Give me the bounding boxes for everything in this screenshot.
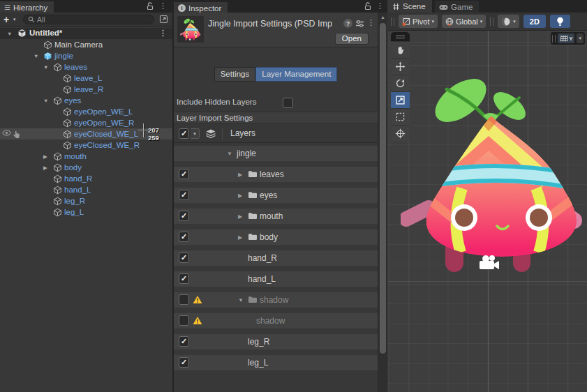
layer-checkbox[interactable]: ✓ bbox=[179, 190, 189, 200]
hand-tool-button[interactable] bbox=[391, 41, 410, 58]
toolbar-grip[interactable] bbox=[391, 17, 394, 26]
2d-toggle-button[interactable]: 2D bbox=[523, 15, 546, 28]
hierarchy-item-hand_L[interactable]: hand_L bbox=[0, 184, 172, 195]
tab-hierarchy[interactable]: ☰ Hierarchy bbox=[0, 1, 54, 14]
open-button[interactable]: Open bbox=[335, 33, 369, 45]
tab-scene[interactable]: Scene bbox=[388, 0, 432, 13]
lock-icon[interactable] bbox=[147, 2, 154, 10]
create-button[interactable]: + bbox=[3, 14, 9, 25]
layer-checkbox[interactable]: ✓ bbox=[179, 336, 189, 347]
hierarchy-item-eyeClosed_WE_L[interactable]: eyeClosed_WE_L bbox=[0, 128, 172, 140]
hierarchy-item-Main Camera[interactable]: Main Camera bbox=[0, 39, 172, 50]
expand-arrow[interactable]: ▶ bbox=[43, 165, 47, 171]
global-dropdown[interactable]: Global ▾ bbox=[442, 15, 486, 28]
include-hidden-layers-checkbox[interactable] bbox=[283, 98, 293, 108]
hierarchy-item-eyes[interactable]: ▼eyes bbox=[0, 95, 172, 106]
layer-row-jingle[interactable]: ▼jingle bbox=[174, 143, 378, 164]
search-input[interactable]: All bbox=[23, 15, 154, 24]
asset-menu-icon[interactable]: ⋮ bbox=[367, 19, 375, 27]
hierarchy-item-leave_L[interactable]: leave_L bbox=[0, 73, 172, 84]
hierarchy-item-leave_R[interactable]: leave_R bbox=[0, 84, 172, 95]
expand-arrow[interactable]: ▶ bbox=[238, 213, 242, 220]
layer-row-hand_L[interactable]: ✓hand_L bbox=[174, 269, 378, 289]
hierarchy-item-eyeOpen_WE_R[interactable]: eyeOpen_WE_R bbox=[0, 117, 172, 128]
expand-arrow[interactable]: ▶ bbox=[238, 234, 242, 241]
hierarchy-item-leg_R[interactable]: leg_R bbox=[0, 195, 172, 206]
inspector-scrollbar[interactable]: ▲ bbox=[378, 13, 387, 392]
select-all-dropdown-icon[interactable]: ▾ bbox=[191, 128, 200, 139]
expand-arrow[interactable]: ▼ bbox=[7, 31, 12, 37]
hierarchy-item-leaves[interactable]: ▼leaves bbox=[0, 61, 172, 73]
move-tool-button[interactable] bbox=[391, 58, 410, 75]
scene-menu-icon[interactable]: ⋮ bbox=[159, 29, 167, 37]
hierarchy-item-eyeOpen_WE_L[interactable]: eyeOpen_WE_L bbox=[0, 106, 172, 117]
hierarchy-item-eyeClosed_WE_R[interactable]: eyeClosed_WE_R bbox=[0, 140, 172, 151]
layer-row-shadow[interactable]: shadow bbox=[174, 310, 378, 331]
visibility-eye-icon[interactable] bbox=[2, 130, 11, 136]
layer-checkbox[interactable]: ✓ bbox=[179, 232, 189, 242]
hierarchy-item-hand_R[interactable]: hand_R bbox=[0, 173, 172, 184]
expand-arrow[interactable]: ▶ bbox=[238, 193, 242, 199]
layer-label: leaves bbox=[260, 169, 284, 179]
grid-dropdown-icon[interactable]: ▾ bbox=[577, 33, 584, 43]
layer-row-mouth[interactable]: ✓▶mouth bbox=[174, 206, 378, 227]
hierarchy-item-leg_L[interactable]: leg_L bbox=[0, 206, 172, 218]
rect-tool-button[interactable] bbox=[391, 108, 410, 125]
expand-arrow[interactable]: ▶ bbox=[43, 153, 47, 160]
expand-arrow[interactable]: ▼ bbox=[43, 64, 48, 70]
expand-arrow[interactable]: ▼ bbox=[34, 53, 38, 59]
window-picker-icon[interactable] bbox=[159, 15, 168, 24]
layer-row-shadow[interactable]: ▼shadow bbox=[174, 289, 378, 310]
jingle-character-sprite[interactable] bbox=[401, 75, 586, 278]
layer-checkbox[interactable]: ✓ bbox=[179, 357, 189, 368]
overlay-grip[interactable] bbox=[552, 35, 556, 43]
layer-checkbox[interactable] bbox=[179, 315, 189, 326]
rotate-tool-button[interactable] bbox=[391, 75, 410, 91]
shading-mode-dropdown[interactable]: ▾ bbox=[498, 15, 519, 28]
hierarchy-menu-icon[interactable]: ⋮ bbox=[159, 2, 167, 10]
pivot-label: Pivot bbox=[413, 17, 429, 26]
help-icon[interactable]: ? bbox=[343, 19, 352, 28]
picking-hand-icon[interactable] bbox=[13, 130, 20, 139]
expand-arrow[interactable]: ▼ bbox=[227, 151, 232, 157]
expand-arrow[interactable]: ▼ bbox=[43, 98, 48, 104]
layer-checkbox[interactable]: ✓ bbox=[179, 273, 189, 284]
tab-layer-management[interactable]: Layer Management bbox=[255, 67, 337, 82]
tools-overlay-handle[interactable] bbox=[391, 32, 410, 41]
layer-checkbox[interactable]: ✓ bbox=[179, 169, 189, 179]
layer-checkbox[interactable] bbox=[179, 294, 189, 305]
scene-lighting-button[interactable] bbox=[550, 15, 570, 28]
layer-row-leg_L[interactable]: ✓leg_L bbox=[174, 352, 378, 373]
expand-arrow[interactable]: ▶ bbox=[238, 172, 242, 178]
layer-label: leg_R bbox=[248, 337, 269, 347]
tab-label: Hierarchy bbox=[13, 3, 47, 12]
transform-tool-button[interactable] bbox=[391, 125, 410, 142]
layer-row-eyes[interactable]: ✓▶eyes bbox=[174, 185, 378, 206]
select-all-checkbox[interactable]: ✓ bbox=[179, 128, 189, 139]
layer-row-leg_R[interactable]: ✓leg_R bbox=[174, 331, 378, 352]
hierarchy-item-mouth[interactable]: ▶mouth bbox=[0, 151, 172, 162]
tab-settings[interactable]: Settings bbox=[214, 67, 256, 82]
inspector-menu-icon[interactable]: ⋮ bbox=[376, 2, 384, 10]
presets-icon[interactable] bbox=[355, 20, 364, 28]
pivot-dropdown[interactable]: Pivot ▾ bbox=[399, 15, 438, 28]
tab-game[interactable]: Game bbox=[435, 1, 479, 13]
lock-icon[interactable] bbox=[364, 2, 372, 10]
layer-row-leaves[interactable]: ✓▶leaves bbox=[174, 164, 378, 185]
scroll-up-icon[interactable]: ▲ bbox=[380, 15, 385, 20]
hierarchy-item-jingle[interactable]: ▼jingle bbox=[0, 50, 172, 61]
scene-header-row[interactable]: ▼ Untitled* ⋮ bbox=[0, 28, 172, 39]
hierarchy-item-body[interactable]: ▶body bbox=[0, 162, 172, 173]
create-dropdown-icon[interactable]: ▾ bbox=[13, 17, 16, 22]
layer-row-hand_R[interactable]: ✓hand_R bbox=[174, 248, 378, 269]
scrollbar-thumb[interactable] bbox=[380, 23, 386, 354]
unity-editor-window: ☰ Hierarchy ⋮ + ▾ All ▼ bbox=[0, 0, 587, 392]
expand-arrow[interactable]: ▼ bbox=[238, 297, 244, 303]
toolbar-grip[interactable] bbox=[490, 17, 493, 26]
layer-checkbox[interactable]: ✓ bbox=[179, 211, 189, 221]
scale-tool-button[interactable] bbox=[391, 91, 410, 108]
grid-visibility-button[interactable]: Y bbox=[558, 33, 574, 43]
layer-checkbox[interactable]: ✓ bbox=[179, 252, 189, 263]
scene-viewport[interactable]: Y ▾ bbox=[388, 31, 587, 392]
layer-row-body[interactable]: ✓▶body bbox=[174, 227, 378, 248]
